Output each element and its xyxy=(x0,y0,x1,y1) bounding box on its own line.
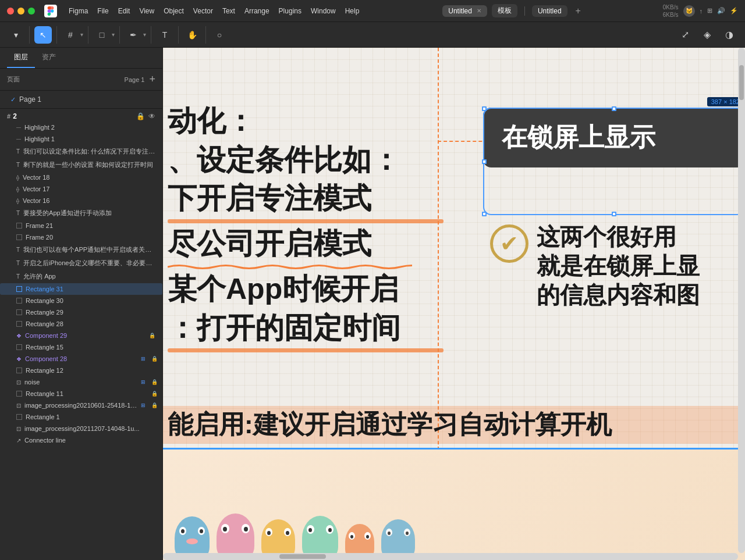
pen-dropdown[interactable]: ▾ xyxy=(143,31,146,38)
fill-icon[interactable]: ◈ xyxy=(698,26,716,44)
handle-bl[interactable] xyxy=(482,212,487,216)
layer-number: # 2 xyxy=(7,112,17,120)
text-donghua: 动化： xyxy=(163,103,448,140)
connector-icon: ↗ xyxy=(16,437,21,444)
close-button[interactable] xyxy=(7,8,14,15)
menu-help[interactable]: Help xyxy=(340,7,364,15)
canvas-area[interactable]: 动化： 、设定条件比如： 下开启专注模式 尽公司开启模式 xyxy=(163,48,745,560)
layer-highlight2[interactable]: Highlight 2 xyxy=(0,122,162,133)
hscrollbar[interactable] xyxy=(163,553,738,560)
layer-rect1[interactable]: Rectangle 1 xyxy=(0,411,162,423)
maximize-button[interactable] xyxy=(28,8,35,15)
shapes-tool[interactable]: □ xyxy=(93,26,111,44)
orange-strip-text: 能启用:建议开启通过学习自动计算开机 xyxy=(163,408,612,442)
layer-header-icons: 🔒 👁 xyxy=(136,112,155,120)
shapes-dropdown[interactable]: ▾ xyxy=(112,31,115,38)
frame-tool[interactable]: # xyxy=(62,26,79,44)
minimize-button[interactable] xyxy=(17,8,24,15)
assets-tab[interactable]: 资产 xyxy=(35,48,63,68)
menu-vector[interactable]: Vector xyxy=(189,7,218,15)
tab-template[interactable]: 模板 xyxy=(492,4,517,17)
layers-tab[interactable]: 图层 xyxy=(7,48,35,68)
bluetooth-icon[interactable]: ⚡ xyxy=(730,7,738,15)
layer-text6[interactable]: T 允许的 App xyxy=(0,270,162,283)
add-page-button[interactable]: + xyxy=(149,73,155,85)
menu-arrange[interactable]: Arrange xyxy=(240,7,274,15)
grid-icon[interactable]: ⊞ xyxy=(707,7,712,15)
layer-imgproc2[interactable]: ⊡ image_processing20211207-14048-1u... xyxy=(0,423,162,434)
layer-text1[interactable]: T 我们可以设定条件比如: 什么情况下开启专注模式 类... xyxy=(0,145,162,158)
frame-icon xyxy=(16,223,22,229)
layer-comp29[interactable]: ❖ Component 29 🔒 xyxy=(0,330,162,341)
vscrollbar[interactable] xyxy=(738,48,745,553)
layer-vector18[interactable]: ⟠ Vector 18 xyxy=(0,172,162,183)
layer-comp28[interactable]: ❖ Component 28 ⊞ 🔒 xyxy=(0,353,162,365)
move-tool[interactable]: ▾ xyxy=(7,26,24,44)
frame-dropdown[interactable]: ▾ xyxy=(80,31,83,38)
layer-rect15[interactable]: Rectangle 15 xyxy=(0,341,162,353)
layer-rect30[interactable]: Rectangle 30 xyxy=(0,295,162,306)
rect-icon xyxy=(16,391,22,397)
layer-text2[interactable]: T 剩下的就是一些小的设置 和如何设定打开时间 xyxy=(0,158,162,172)
layer-frame20[interactable]: Frame 20 xyxy=(0,231,162,243)
vscrollbar-thumb[interactable] xyxy=(739,65,744,100)
layer-vector17[interactable]: ⟠ Vector 17 xyxy=(0,183,162,195)
layer-connector[interactable]: ↗ Connector line xyxy=(0,434,162,446)
handle-bm[interactable] xyxy=(612,212,616,216)
vector-icon: ⟠ xyxy=(16,186,19,192)
titlebar-right: 0KB/s6KB/s 🐱 ↑ ⊞ 🔊 ⚡ xyxy=(663,3,738,19)
titlebar: Figma File Edit View Object Vector Text … xyxy=(0,0,745,22)
layer-frame21[interactable]: Frame 21 xyxy=(0,220,162,231)
pen-tool[interactable]: ✒ xyxy=(125,26,142,44)
resize-icon[interactable]: ⤢ xyxy=(676,26,694,44)
layer-vector16[interactable]: ⟠ Vector 16 xyxy=(0,195,162,206)
text-tool[interactable]: T xyxy=(156,26,173,44)
lock-icon: 🔒 xyxy=(149,333,155,338)
tab-untitled-2[interactable]: Untitled xyxy=(532,5,567,17)
tab-close-1[interactable]: ✕ xyxy=(477,8,481,14)
layer-rect11[interactable]: Rectangle 11 🔒 xyxy=(0,388,162,400)
frame-icon xyxy=(16,234,22,240)
hand-tool[interactable]: ✋ xyxy=(183,26,201,44)
toolbar-right: ⤢ ◈ ◑ xyxy=(676,26,738,44)
menu-text[interactable]: Text xyxy=(218,7,240,15)
layer-header: # 2 🔒 👁 xyxy=(0,109,162,122)
rect-icon xyxy=(16,344,22,350)
menu-file[interactable]: File xyxy=(93,7,113,15)
menu-window[interactable]: Window xyxy=(306,7,340,15)
image-icon: ⊡ xyxy=(16,379,21,386)
rect-icon xyxy=(16,368,22,373)
share-icon[interactable]: ↑ xyxy=(700,8,703,15)
check-text-block: 这两个很好用 就是在锁屏上显 的信息内容和图 xyxy=(537,222,700,309)
menu-view[interactable]: View xyxy=(134,7,159,15)
avatar[interactable]: 🐱 xyxy=(683,5,695,17)
lock-layers-icon[interactable]: 🔒 xyxy=(136,112,145,120)
page-item-1[interactable]: ✓ Page 1 xyxy=(7,93,155,106)
layer-imgproc1[interactable]: ⊡ image_processing20210601-25418-1m... ⊞… xyxy=(0,400,162,411)
layer-rect29[interactable]: Rectangle 29 xyxy=(0,306,162,318)
layer-text5[interactable]: T 开启之后iPhone会定义哪些不重要、非必要的App... xyxy=(0,256,162,270)
visibility-icon[interactable]: 👁 xyxy=(148,112,155,120)
layer-rect31[interactable]: Rectangle 31 xyxy=(0,283,162,295)
text-time: ：打开的固定时间 xyxy=(163,310,448,347)
check-block: ✔ 这两个很好用 就是在锁屏上显 的信息内容和图 xyxy=(483,222,745,309)
tab-add-button[interactable]: + xyxy=(572,6,584,16)
menu-figma[interactable]: Figma xyxy=(64,7,93,15)
tab-untitled-1[interactable]: Untitled ✕ xyxy=(442,5,487,17)
comment-tool[interactable]: ○ xyxy=(211,26,228,44)
text-gongsi: 尽公司开启模式 xyxy=(163,226,448,262)
contrast-icon[interactable]: ◑ xyxy=(721,26,738,44)
hscrollbar-thumb[interactable] xyxy=(279,554,326,559)
layer-text4[interactable]: T 我们也可以在每个APP通知栏中开启或者关闭这个... xyxy=(0,243,162,256)
layer-text3[interactable]: T 要接受的App通知进行手动添加 xyxy=(0,206,162,220)
layer-highlight1[interactable]: Highlight 1 xyxy=(0,133,162,145)
cursor-tool[interactable]: ↖ xyxy=(34,26,52,44)
layer-noise[interactable]: ⊡ noise ⊞ 🔒 xyxy=(0,376,162,388)
volume-icon[interactable]: 🔊 xyxy=(717,7,725,15)
menu-plugins[interactable]: Plugins xyxy=(274,7,306,15)
tooltip-box: 在锁屏上显示 xyxy=(483,108,745,167)
layer-rect12[interactable]: Rectangle 12 xyxy=(0,365,162,376)
layer-rect28[interactable]: Rectangle 28 xyxy=(0,318,162,330)
menu-object[interactable]: Object xyxy=(159,7,189,15)
menu-edit[interactable]: Edit xyxy=(113,7,135,15)
